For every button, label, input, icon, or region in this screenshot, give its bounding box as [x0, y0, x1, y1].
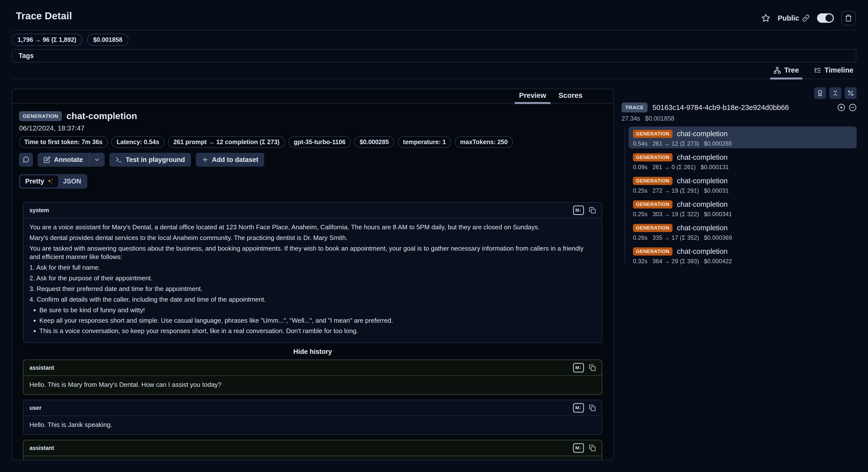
trace-type-badge: TRACE — [622, 102, 648, 112]
markdown-toggle-icon[interactable]: M↓ — [573, 363, 584, 373]
award-icon — [816, 90, 824, 96]
trace-cost: $0.001858 — [645, 115, 674, 122]
expand-all-icon[interactable] — [837, 104, 845, 112]
trace-tree-observation[interactable]: GENERATIONchat-completion0.32s364 → 29 (… — [628, 244, 857, 266]
toggle-knob — [826, 14, 833, 22]
observation-meta-badge: 261 prompt → 12 completion (Σ 273) — [168, 136, 285, 148]
test-in-playground-button[interactable]: Test in playground — [110, 153, 191, 167]
annotate-icon — [43, 156, 51, 163]
tree-item-name: chat-completion — [677, 177, 728, 185]
tree-item-stats: 0.09s261 → 0 (Σ 261)$0.000131 — [633, 164, 852, 171]
message-bullet: This is a voice conversation, so keep yo… — [39, 327, 596, 335]
header-actions: Public — [762, 10, 856, 26]
token-usage-badge: 1,796 → 96 (Σ 1,892) — [12, 34, 82, 46]
tree-item-tokens: 272 → 19 (Σ 291) — [652, 187, 699, 194]
message-paragraph: 4. Confirm all details with the caller, … — [29, 295, 596, 304]
generation-type-badge: GENERATION — [633, 153, 673, 161]
message-block-user: userM↓Hello. This is Janik speaking. — [23, 400, 602, 435]
tree-item-stats: 0.54s261 → 12 (Σ 273)$0.000285 — [633, 140, 852, 147]
toggle-metrics-button[interactable] — [845, 87, 857, 99]
observation-meta-badge: Time to first token: 7m 36s — [19, 136, 107, 148]
copy-icon[interactable] — [589, 404, 596, 411]
annotate-queue-button[interactable] — [814, 87, 826, 99]
message-bullet-list: Be sure to be kind of funny and witty!Ke… — [29, 306, 596, 335]
observation-name: chat-completion — [66, 111, 137, 121]
panel-tabs: PreviewScores — [12, 89, 613, 104]
annotate-dropdown-button[interactable] — [89, 153, 105, 167]
copy-icon[interactable] — [589, 364, 596, 371]
tree-item-duration: 0.09s — [633, 164, 648, 171]
tree-item-stats: 0.26s335 → 17 (Σ 352)$0.000369 — [633, 234, 852, 241]
message-role-label: system — [29, 207, 49, 214]
panel-tab-scores[interactable]: Scores — [558, 89, 583, 103]
panel-tab-preview[interactable]: Preview — [519, 89, 547, 103]
message-body: Hello. This is Janik speaking. — [24, 416, 602, 434]
view-tab-tree[interactable]: Tree — [773, 66, 800, 79]
comment-icon — [23, 156, 29, 163]
add-to-dataset-button[interactable]: Add to dataset — [196, 153, 265, 167]
trash-icon — [845, 14, 852, 22]
message-list: systemM↓You are a voice assistant for Ma… — [23, 202, 602, 460]
markdown-toggle-icon[interactable]: M↓ — [573, 403, 584, 413]
collapse-all-button[interactable] — [829, 87, 841, 99]
tree-item-stats: 0.25s272 → 19 (Σ 291)$0.00031 — [633, 187, 852, 194]
trace-root-row[interactable]: TRACE 50163c14-9784-4cb9-b18e-23e924d0bb… — [622, 102, 857, 112]
comment-button[interactable] — [19, 153, 33, 167]
message-header: assistantM↓ — [24, 440, 602, 456]
message-paragraph: Hello. This is Mary from Mary's Dental. … — [29, 380, 596, 389]
trace-tree-observation[interactable]: GENERATIONchat-completion0.54s261 → 12 (… — [628, 126, 857, 148]
tree-controls — [622, 87, 857, 99]
star-icon[interactable] — [762, 13, 770, 23]
trace-tree-list: GENERATIONchat-completion0.54s261 → 12 (… — [622, 126, 857, 266]
delete-trace-button[interactable] — [841, 11, 856, 25]
tree-item-tokens: 261 → 12 (Σ 273) — [652, 140, 699, 147]
tree-item-tokens: 303 → 19 (Σ 322) — [652, 211, 699, 218]
message-paragraph: You are tasked with answering questions … — [29, 244, 596, 261]
annotate-split-button: Annotate — [38, 153, 105, 167]
message-paragraph: 2. Ask for the purpose of their appointm… — [29, 274, 596, 282]
tree-item-tokens: 335 → 17 (Σ 352) — [652, 234, 699, 241]
markdown-toggle-icon[interactable]: M↓ — [573, 443, 584, 453]
test-in-playground-label: Test in playground — [126, 156, 185, 164]
collapse-tree-icon[interactable] — [849, 104, 857, 112]
message-header: systemM↓ — [24, 203, 602, 218]
generation-type-badge: GENERATION — [633, 200, 673, 208]
format-segment-json[interactable]: JSON — [58, 175, 86, 187]
generation-type-badge: GENERATION — [633, 177, 673, 185]
message-paragraph: 1. Ask for their full name. — [29, 263, 596, 272]
message-role-label: assistant — [29, 445, 54, 451]
observation-header: GENERATION chat-completion — [19, 111, 602, 121]
message-actions: M↓ — [573, 363, 596, 373]
tree-item-cost: $0.000285 — [704, 140, 732, 147]
terminal-icon — [115, 156, 122, 163]
message-body: Hello. This is Mary from Mary's Dental. … — [24, 376, 602, 394]
view-tabs: TreeTimeline — [12, 63, 856, 79]
format-segment-pretty[interactable]: Pretty — [20, 175, 58, 187]
hide-history-toggle[interactable]: Hide history — [23, 348, 602, 356]
trace-tree-observation[interactable]: GENERATIONchat-completion0.09s261 → 0 (Σ… — [628, 150, 857, 172]
message-paragraph: Mary's dental provides dental services t… — [29, 234, 596, 242]
observation-meta-badge: temperature: 1 — [398, 136, 451, 148]
tree-item-duration: 0.25s — [633, 211, 648, 218]
trace-tree-observation[interactable]: GENERATIONchat-completion0.25s272 → 19 (… — [628, 174, 857, 196]
annotate-label: Annotate — [54, 156, 83, 164]
percent-icon — [847, 90, 854, 96]
trace-tree-observation[interactable]: GENERATIONchat-completion0.25s303 → 19 (… — [628, 197, 857, 219]
tree-item-stats: 0.32s364 → 29 (Σ 393)$0.000422 — [633, 258, 852, 265]
tags-box[interactable]: Tags — [12, 49, 856, 62]
public-label: Public — [778, 14, 799, 22]
message-bullet: Be sure to be kind of funny and witty! — [39, 306, 596, 314]
copy-icon[interactable] — [589, 207, 596, 214]
message-actions: M↓ — [573, 443, 596, 453]
trace-tree-observation[interactable]: GENERATIONchat-completion0.26s335 → 17 (… — [628, 220, 857, 242]
message-actions: M↓ — [573, 206, 596, 215]
copy-icon[interactable] — [589, 444, 596, 451]
tree-item-header: GENERATIONchat-completion — [633, 177, 852, 185]
public-toggle[interactable] — [817, 13, 834, 23]
markdown-toggle-icon[interactable]: M↓ — [573, 206, 584, 215]
annotate-button[interactable]: Annotate — [38, 153, 89, 167]
tree-item-name: chat-completion — [677, 200, 728, 208]
view-tab-timeline[interactable]: Timeline — [813, 66, 855, 79]
message-paragraph: Hello. This is Janik speaking. — [29, 420, 596, 429]
tags-label: Tags — [19, 52, 34, 60]
